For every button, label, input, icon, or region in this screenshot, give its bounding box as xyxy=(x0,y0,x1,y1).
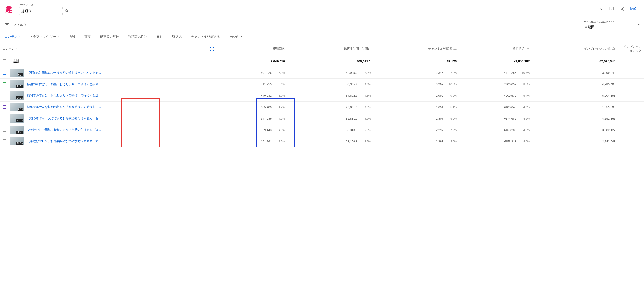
cell-watch-pct: 3.8% xyxy=(361,106,371,109)
row-checkbox[interactable] xyxy=(3,82,6,86)
table-row[interactable]: 6:59 簡単で華やかな振袖の帯結び「飾り結び」の結び方｜... 355,483… xyxy=(0,101,644,113)
svg-point-5 xyxy=(614,49,614,49)
search-icon xyxy=(65,9,68,13)
cell-subs-pct: 9.3% xyxy=(447,94,456,97)
select-all-checkbox[interactable] xyxy=(3,59,6,63)
cell-watch-pct: 7.2% xyxy=(361,71,371,74)
table-row[interactable]: 9:34 【卒業式】簡単にできる女袴の着付け方のポイントを... 594,926… xyxy=(0,67,644,78)
tab-city[interactable]: 都市 xyxy=(84,31,91,42)
video-thumbnail[interactable]: 21:51 xyxy=(10,80,24,88)
feedback-icon[interactable] xyxy=(609,6,614,11)
video-thumbnail[interactable]: 20:31 xyxy=(10,126,24,134)
cell-impressions: 4,151,361 xyxy=(599,117,616,120)
tab-revenue-source[interactable]: 収益源 xyxy=(172,31,182,42)
analytics-table: コンテンツ 視聴回数 総再生時間（時間） チャンネル登録者 推定収益 xyxy=(0,42,644,147)
cell-views-pct: 4.6% xyxy=(275,117,285,120)
cell-watch: 57,682.8 xyxy=(342,94,358,97)
cell-views-pct: 4.7% xyxy=(275,106,285,109)
video-thumbnail[interactable]: 24:02 xyxy=(10,91,24,100)
tab-more[interactable]: その他 xyxy=(229,31,244,42)
video-duration: 24:02 xyxy=(16,96,23,99)
filter-button[interactable]: フィルタ xyxy=(0,19,31,31)
cell-subs-pct: 7.3% xyxy=(447,71,456,74)
cell-revenue: ¥411,285 xyxy=(500,71,516,74)
download-icon[interactable] xyxy=(599,6,604,11)
cell-revenue-pct: 5.4% xyxy=(520,94,530,97)
column-header-subscribers[interactable]: チャンネル登録者 xyxy=(374,42,459,55)
cell-subs-pct: 5.1% xyxy=(447,106,456,109)
cell-subs: 3,207 xyxy=(427,82,443,86)
video-title-link[interactable]: マチ針なしで簡単！時短にもなる半衿の付け方をプロ... xyxy=(27,128,101,132)
table-row[interactable]: 17:18 【初心者でも一人でできる】浴衣の着付けや着方・お... 347,98… xyxy=(0,113,644,124)
compare-link[interactable]: 比較... xyxy=(630,7,640,11)
sort-descending-icon xyxy=(526,46,530,51)
row-checkbox[interactable] xyxy=(3,71,6,74)
cell-views: 594,926 xyxy=(256,71,272,74)
video-thumbnail[interactable]: 29:20 xyxy=(10,137,24,145)
row-checkbox[interactable] xyxy=(3,117,6,120)
video-title-link[interactable]: 振袖の着付け方（補整・おはしょり・帯揚げ）と振袖... xyxy=(27,82,101,86)
cell-revenue: ¥209,532 xyxy=(500,94,516,97)
video-thumbnail[interactable]: 6:59 xyxy=(10,103,24,111)
cell-views: 329,443 xyxy=(256,128,272,132)
column-header-revenue[interactable]: 推定収益 xyxy=(459,42,532,55)
svg-point-3 xyxy=(612,9,612,9)
video-duration: 17:18 xyxy=(16,119,23,122)
cell-views: 411,755 xyxy=(256,82,272,86)
channel-search[interactable] xyxy=(19,7,63,15)
table-row[interactable]: 21:51 振袖の着付け方（補整・おはしょり・帯揚げ）と振袖... 411,75… xyxy=(0,78,644,90)
cell-subs-pct: 5.6% xyxy=(447,117,456,120)
table-row[interactable]: 29:20 【帯結びアレンジ】振袖帯結びの結び方（文庫系・立... 191,16… xyxy=(0,136,644,147)
column-header-content[interactable]: コンテンツ xyxy=(0,42,215,55)
tab-content[interactable]: コンテンツ xyxy=(4,31,20,42)
cell-revenue-pct: 8.0% xyxy=(520,83,530,86)
add-metric-button[interactable] xyxy=(210,47,214,51)
video-thumbnail[interactable]: 17:18 xyxy=(10,114,24,123)
cell-subs-pct: 4.0% xyxy=(447,140,456,143)
channel-search-input[interactable] xyxy=(21,9,65,13)
channel-label: チャンネル xyxy=(19,3,63,7)
video-title-link[interactable]: 簡単で華やかな振袖の帯結び「飾り結び」の結び方｜... xyxy=(27,105,101,109)
cell-watch: 32,811.7 xyxy=(342,117,358,120)
column-header-ctr[interactable]: インプレッションのク xyxy=(618,42,644,55)
cell-subs: 2,345 xyxy=(427,71,443,74)
cell-revenue-pct: 4.9% xyxy=(520,106,530,109)
table-row[interactable]: 24:02 訪問着の着付け（おはしょり・帯揚げ・帯締め）と袋... 440,23… xyxy=(0,90,644,101)
cell-subs: 1,651 xyxy=(427,105,443,109)
cell-subs-pct: 10.0% xyxy=(447,83,456,86)
date-range-selector[interactable]: 2014/07/26〜2024/01/13 全期間 xyxy=(580,19,644,31)
cell-impressions: 3,582,127 xyxy=(599,128,616,132)
row-checkbox[interactable] xyxy=(3,139,6,143)
cell-watch: 23,061.3 xyxy=(342,105,358,109)
row-checkbox[interactable] xyxy=(3,128,6,132)
chevron-down-icon xyxy=(240,34,244,39)
table-row[interactable]: 20:31 マチ針なしで簡単！時短にもなる半衿の付け方をプロ... 329,44… xyxy=(0,124,644,136)
cell-revenue: ¥188,648 xyxy=(500,105,516,109)
total-label: 合計 xyxy=(13,59,20,63)
column-header-watch-time[interactable]: 総再生時間（時間） xyxy=(288,42,374,55)
tab-traffic-source[interactable]: トラフィック ソース xyxy=(30,31,60,42)
video-title-link[interactable]: 訪問着の着付け（おはしょり・帯揚げ・帯締め）と袋... xyxy=(27,93,101,98)
video-title-link[interactable]: 【初心者でも一人でできる】浴衣の着付けや着方・お... xyxy=(27,116,101,120)
video-duration: 6:59 xyxy=(18,108,23,111)
video-title-link[interactable]: 【帯結びアレンジ】振袖帯結びの結び方（文庫系・立... xyxy=(27,139,101,143)
column-header-impressions[interactable]: インプレッション数 xyxy=(532,42,618,55)
tab-date[interactable]: 日付 xyxy=(156,31,163,42)
svg-text:趣: 趣 xyxy=(5,5,12,13)
cell-subs: 1,293 xyxy=(427,140,443,143)
close-icon[interactable] xyxy=(620,6,625,11)
cell-watch: 42,935.9 xyxy=(342,71,358,74)
cell-watch-pct: 9.6% xyxy=(361,94,371,97)
tab-viewer-age[interactable]: 視聴者の年齢 xyxy=(100,31,119,42)
video-thumbnail[interactable]: 9:34 xyxy=(10,69,24,77)
column-header-views[interactable]: 視聴回数 xyxy=(215,42,288,55)
row-checkbox[interactable] xyxy=(3,94,6,97)
cell-views-pct: 4.3% xyxy=(275,128,285,132)
video-duration: 21:51 xyxy=(16,85,23,88)
tab-subscription-status[interactable]: チャンネル登録状況 xyxy=(191,31,220,42)
tab-geography[interactable]: 地域 xyxy=(69,31,75,42)
tab-viewer-gender[interactable]: 視聴者の性別 xyxy=(128,31,148,42)
video-title-link[interactable]: 【卒業式】簡単にできる女袴の着付け方のポイントを... xyxy=(27,71,101,75)
cell-impressions: 3,899,340 xyxy=(599,71,616,74)
row-checkbox[interactable] xyxy=(3,105,6,109)
